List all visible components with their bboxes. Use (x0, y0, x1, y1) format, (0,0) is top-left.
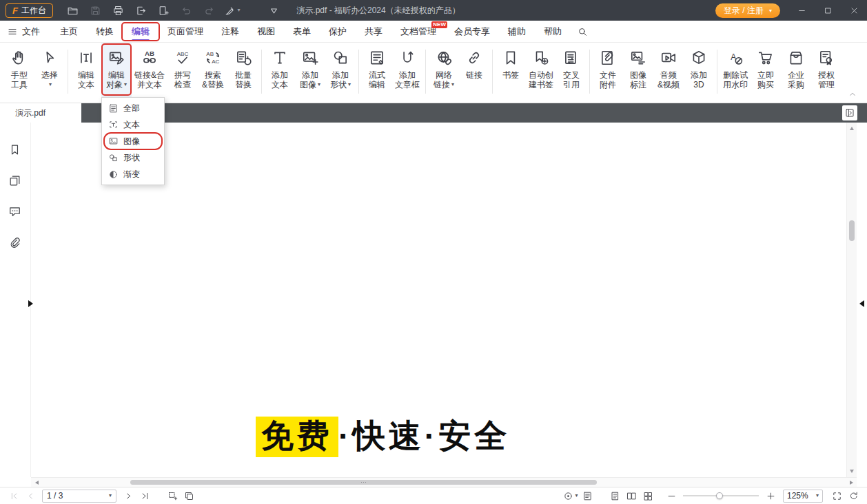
fit-screen-button[interactable] (828, 489, 845, 503)
export-button[interactable] (132, 2, 150, 19)
thumbnail-view-button[interactable] (640, 489, 656, 503)
next-page-button[interactable] (120, 489, 136, 503)
menu-item-text[interactable]: 文本 (102, 116, 164, 133)
page-panel-toggle-button[interactable] (842, 105, 857, 120)
sidebar-bookmarks-button[interactable] (8, 143, 22, 157)
vertical-scrollbar[interactable] (846, 123, 857, 477)
menu-tab-doc-manage[interactable]: 文档管理NEW (391, 21, 445, 43)
menu-item-image[interactable]: 图像 (102, 133, 164, 149)
open-file-button[interactable] (64, 2, 82, 19)
scroll-right-arrow[interactable] (846, 478, 857, 487)
last-page-button[interactable] (136, 489, 153, 503)
maximize-button[interactable] (815, 0, 841, 21)
tool-add-shape[interactable]: 添加形状▾ (325, 43, 356, 103)
scroll-left-arrow[interactable] (31, 478, 42, 487)
menu-item-all[interactable]: 全部 (102, 100, 164, 116)
menu-tab-convert[interactable]: 转换 (87, 21, 123, 43)
file-menu-button[interactable]: 文件 (7, 25, 40, 38)
customize-quick-access-button[interactable] (265, 2, 283, 19)
horizontal-scroll-thumb[interactable] (130, 480, 596, 485)
tool-select-tool[interactable]: 选择▾ (34, 43, 65, 103)
print-button[interactable] (110, 2, 127, 19)
add-article-box-icon (398, 49, 416, 67)
caret-down-icon: ▾ (124, 82, 127, 87)
tool-auto-bookmark[interactable]: 自动创建书签 (526, 43, 556, 103)
sign-button[interactable]: ▾ (223, 2, 241, 19)
first-page-icon (9, 491, 19, 501)
tool-buy-now[interactable]: 立即购买 (751, 43, 781, 103)
menu-item-gradient[interactable]: 渐变 (102, 166, 164, 182)
zoom-out-button[interactable] (663, 489, 680, 503)
rotate-view-button[interactable] (845, 489, 861, 503)
tool-edit-object[interactable]: 编辑对象▾ (101, 43, 132, 103)
zoom-slider[interactable] (683, 495, 759, 496)
tool-audio-video[interactable]: 音频&视频 (653, 43, 684, 103)
sidebar-pages-button[interactable] (8, 174, 22, 188)
menu-tab-page-manage[interactable]: 页面管理 (159, 21, 212, 43)
view-options-button[interactable]: ▾ (562, 489, 579, 503)
menu-tab-assist[interactable]: 辅助 (499, 21, 535, 43)
tool-spell-check[interactable]: ABC拼写检查 (167, 43, 198, 103)
bookmark-icon (502, 49, 520, 67)
workspace-button[interactable]: F 工作台 (6, 3, 53, 18)
horizontal-scrollbar[interactable] (31, 477, 857, 487)
document-tab[interactable]: 演示.pdf (0, 103, 81, 123)
tool-edit-text[interactable]: 编辑文本 (71, 43, 101, 103)
left-panel-collapse-handle[interactable] (28, 300, 33, 307)
menu-tab-protect[interactable]: 保护 (320, 21, 356, 43)
menu-tab-share[interactable]: 共享 (356, 21, 391, 43)
tool-link[interactable]: 链接 (459, 43, 489, 103)
right-panel-collapse-handle[interactable] (859, 300, 864, 307)
login-button[interactable]: 登录 / 注册 ▾ (715, 3, 780, 18)
zoom-in-button[interactable] (762, 489, 779, 503)
close-button[interactable] (841, 0, 867, 21)
tool-label: 编辑 (369, 80, 385, 90)
menu-tab-member[interactable]: 会员专享 (445, 21, 499, 43)
snapshot-button[interactable] (164, 489, 181, 503)
scroll-down-arrow[interactable] (850, 470, 854, 473)
tool-add-article-box[interactable]: 添加文章框 (392, 43, 422, 103)
read-mode-button[interactable] (579, 489, 595, 503)
zoom-slider-knob[interactable] (716, 492, 723, 499)
edit-object-menu: 全部文本图像形状渐变 (101, 97, 165, 185)
menu-tab-help[interactable]: 帮助 (535, 21, 571, 43)
zoom-level-select[interactable]: 125% ▾ (783, 490, 823, 503)
tool-flow-edit[interactable]: 流式编辑 (362, 43, 392, 103)
tool-hand-tool[interactable]: 手型工具 (4, 43, 34, 103)
tool-search-replace[interactable]: ABAC搜索&替换 (198, 43, 228, 103)
page-number-box[interactable]: 1 / 3 ▾ (42, 490, 116, 503)
vertical-scroll-thumb[interactable] (849, 220, 855, 241)
menu-tab-home[interactable]: 主页 (51, 21, 87, 43)
tool-cross-reference[interactable]: 交叉引用 (556, 43, 586, 103)
menu-item-shape[interactable]: 形状 (102, 149, 164, 166)
ribbon-tools: 手型工具选择▾编辑文本编辑对象▾AB链接&合并文本ABC拼写检查ABAC搜索&替… (0, 43, 867, 103)
tool-batch-replace[interactable]: 批量替换 (228, 43, 258, 103)
single-page-view-button[interactable] (606, 489, 623, 503)
tool-web-link[interactable]: 网络链接▾ (429, 43, 459, 103)
tool-add-text[interactable]: 添加文本 (265, 43, 295, 103)
menu-tab-form[interactable]: 表单 (284, 21, 320, 43)
clipboard-button[interactable] (181, 489, 197, 503)
tool-file-attachment[interactable]: 文件附件 (593, 43, 623, 103)
menu-tab-label: 文档管理 (400, 25, 436, 38)
tool-enterprise-purchase[interactable]: 企业采购 (781, 43, 811, 103)
menu-tab-comment[interactable]: 注释 (212, 21, 248, 43)
create-button[interactable] (155, 2, 173, 19)
sidebar-attachments-button[interactable] (8, 236, 22, 250)
collapse-ribbon-button[interactable] (848, 90, 860, 101)
horizontal-scroll-track[interactable] (42, 478, 846, 487)
menu-tab-edit[interactable]: 编辑 (123, 21, 159, 43)
tool-add-3d[interactable]: 添加3D (684, 43, 714, 103)
tool-add-image[interactable]: 添加图像▾ (295, 43, 325, 103)
facing-view-button[interactable] (623, 489, 640, 503)
tool-remove-trial-watermark[interactable]: A删除试用水印 (720, 43, 751, 103)
tool-license-management[interactable]: 授权管理 (811, 43, 842, 103)
tool-image-annotation[interactable]: 图像标注 (623, 43, 653, 103)
tool-bookmark[interactable]: 书签 (496, 43, 526, 103)
menu-tab-view[interactable]: 视图 (248, 21, 284, 43)
sidebar-comments-button[interactable] (8, 205, 22, 219)
tool-link-merge-text[interactable]: AB链接&合并文本 (132, 43, 167, 103)
scroll-up-arrow[interactable] (850, 127, 854, 130)
minimize-button[interactable] (788, 0, 815, 21)
search-button[interactable] (573, 23, 591, 41)
